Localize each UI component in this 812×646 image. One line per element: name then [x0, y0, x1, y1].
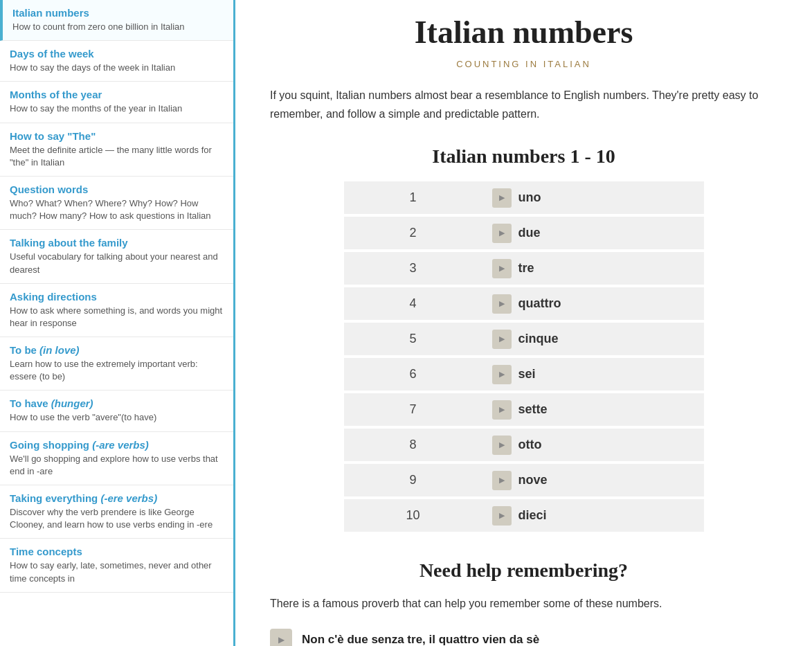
- number-digit-8: 8: [344, 429, 482, 461]
- word-text-10: dieci: [518, 508, 547, 523]
- sidebar-item-question-words[interactable]: Question wordsWho? What? When? Where? Wh…: [0, 177, 233, 230]
- sidebar-item-taking-everything[interactable]: Taking everything (-ere verbs)Discover w…: [0, 485, 233, 539]
- number-digit-9: 9: [344, 464, 482, 496]
- number-word-cell-9: nove: [482, 464, 704, 496]
- sidebar-item-title-to-have: To have (hunger): [10, 397, 224, 409]
- play-button-2[interactable]: [492, 224, 512, 243]
- sidebar-item-desc-going-shopping: We'll go shopping and explore how to use…: [10, 453, 224, 478]
- sidebar-item-desc-italian-numbers: How to count from zero one billion in It…: [12, 21, 224, 33]
- sidebar-item-asking-directions[interactable]: Asking directionsHow to ask where someth…: [0, 284, 233, 337]
- sidebar-item-title-italian-numbers: Italian numbers: [12, 7, 224, 19]
- play-button-8[interactable]: [492, 436, 512, 455]
- subtitle: COUNTING IN ITALIAN: [270, 59, 777, 69]
- word-text-7: sette: [518, 402, 548, 417]
- numbers-list: 1uno2due3tre4quattro5cinque6sei7sette8ot…: [344, 181, 704, 532]
- sidebar-item-title-time-concepts: Time concepts: [10, 546, 224, 557]
- sidebar-item-going-shopping[interactable]: Going shopping (-are verbs)We'll go shop…: [0, 432, 233, 485]
- sidebar-item-to-have[interactable]: To have (hunger)How to use the verb "ave…: [0, 391, 233, 431]
- number-word-cell-5: cinque: [482, 323, 704, 355]
- number-row-5: 5cinque: [344, 323, 704, 355]
- sidebar-item-talking-about-family[interactable]: Talking about the familyUseful vocabular…: [0, 230, 233, 283]
- number-word-cell-2: due: [482, 217, 704, 249]
- play-button-3[interactable]: [492, 259, 512, 278]
- number-digit-4: 4: [344, 287, 482, 320]
- numbers-section-title: Italian numbers 1 - 10: [270, 145, 777, 168]
- sidebar: Italian numbersHow to count from zero on…: [0, 0, 235, 646]
- sidebar-item-title-question-words: Question words: [10, 183, 224, 195]
- intro-text: If you squint, Italian numbers almost be…: [270, 86, 777, 123]
- number-digit-10: 10: [344, 499, 482, 532]
- word-text-9: nove: [518, 473, 548, 487]
- play-button-10[interactable]: [492, 506, 512, 526]
- sidebar-item-desc-months-of-year: How to say the months of the year in Ita…: [10, 102, 224, 115]
- sidebar-item-title-talking-about-family: Talking about the family: [10, 237, 224, 249]
- number-word-cell-6: sei: [482, 358, 704, 391]
- number-row-2: 2due: [344, 217, 704, 249]
- sidebar-item-months-of-year[interactable]: Months of the yearHow to say the months …: [0, 82, 233, 123]
- word-text-1: uno: [518, 190, 541, 205]
- play-button-9[interactable]: [492, 471, 512, 490]
- help-text: There is a famous proverb that can help …: [270, 594, 777, 613]
- play-button-1[interactable]: [492, 188, 512, 208]
- word-text-6: sei: [518, 367, 536, 382]
- number-digit-2: 2: [344, 217, 482, 249]
- number-word-cell-1: uno: [482, 181, 704, 214]
- sidebar-item-title-asking-directions: Asking directions: [10, 291, 224, 303]
- sidebar-item-title-taking-everything: Taking everything (-ere verbs): [10, 492, 224, 504]
- sidebar-item-title-how-to-say-the: How to say "The": [10, 130, 224, 142]
- help-title: Need help remembering?: [270, 559, 777, 582]
- sidebar-item-to-be[interactable]: To be (in love)Learn how to use the extr…: [0, 337, 233, 391]
- sidebar-item-desc-asking-directions: How to ask where something is, and words…: [10, 305, 224, 330]
- sidebar-item-desc-time-concepts: How to say early, late, sometimes, never…: [10, 559, 224, 584]
- number-word-cell-4: quattro: [482, 287, 704, 320]
- number-word-cell-7: sette: [482, 393, 704, 426]
- play-button-6[interactable]: [492, 365, 512, 384]
- sidebar-item-time-concepts[interactable]: Time conceptsHow to say early, late, som…: [0, 539, 233, 592]
- sidebar-item-desc-to-have: How to use the verb "avere"(to have): [10, 411, 224, 424]
- page-title: Italian numbers: [270, 14, 777, 51]
- sidebar-item-desc-talking-about-family: Useful vocabulary for talking about your…: [10, 251, 224, 276]
- sidebar-item-days-of-week[interactable]: Days of the weekHow to say the days of t…: [0, 41, 233, 82]
- sidebar-item-title-going-shopping: Going shopping (-are verbs): [10, 439, 224, 451]
- number-digit-3: 3: [344, 252, 482, 285]
- sidebar-item-title-months-of-year: Months of the year: [10, 89, 224, 100]
- number-row-3: 3tre: [344, 252, 704, 285]
- sidebar-item-desc-days-of-week: How to say the days of the week in Itali…: [10, 62, 224, 74]
- word-text-5: cinque: [518, 332, 559, 346]
- play-button-7[interactable]: [492, 400, 512, 420]
- sidebar-item-title-to-be: To be (in love): [10, 344, 224, 356]
- number-row-10: 10dieci: [344, 499, 704, 532]
- proverb-play-button[interactable]: [270, 629, 292, 646]
- sidebar-item-desc-how-to-say-the: Meet the definite article — the many lit…: [10, 144, 224, 169]
- number-row-4: 4quattro: [344, 287, 704, 320]
- number-row-6: 6sei: [344, 358, 704, 391]
- sidebar-item-how-to-say-the[interactable]: How to say "The"Meet the definite articl…: [0, 123, 233, 177]
- sidebar-item-italian-numbers[interactable]: Italian numbersHow to count from zero on…: [0, 0, 233, 41]
- word-text-2: due: [518, 226, 541, 240]
- main-content: Italian numbers COUNTING IN ITALIAN If y…: [235, 0, 812, 646]
- number-row-7: 7sette: [344, 393, 704, 426]
- number-digit-1: 1: [344, 181, 482, 214]
- number-word-cell-10: dieci: [482, 499, 704, 532]
- word-text-3: tre: [518, 261, 534, 276]
- word-text-4: quattro: [518, 296, 561, 311]
- sidebar-item-desc-to-be: Learn how to use the extremely important…: [10, 358, 224, 383]
- proverb-box: Non c'è due senza tre, il quattro vien d…: [270, 626, 777, 646]
- word-text-8: otto: [518, 438, 542, 452]
- proverb-text: Non c'è due senza tre, il quattro vien d…: [302, 633, 539, 646]
- number-row-8: 8otto: [344, 429, 704, 461]
- number-digit-7: 7: [344, 393, 482, 426]
- number-word-cell-3: tre: [482, 252, 704, 285]
- number-digit-5: 5: [344, 323, 482, 355]
- number-digit-6: 6: [344, 358, 482, 391]
- number-word-cell-8: otto: [482, 429, 704, 461]
- sidebar-item-desc-taking-everything: Discover why the verb prendere is like G…: [10, 506, 224, 531]
- number-row-9: 9nove: [344, 464, 704, 496]
- sidebar-item-desc-question-words: Who? What? When? Where? Why? How? How mu…: [10, 197, 224, 222]
- play-button-4[interactable]: [492, 294, 512, 314]
- play-button-5[interactable]: [492, 330, 512, 349]
- sidebar-item-title-days-of-week: Days of the week: [10, 48, 224, 60]
- number-row-1: 1uno: [344, 181, 704, 214]
